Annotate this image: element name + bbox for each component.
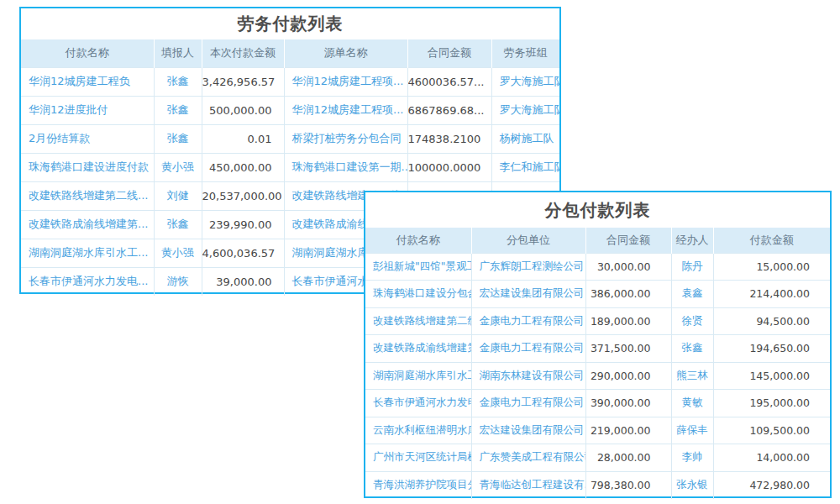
cell-link[interactable]: 珠海鹤港口建设分包合... <box>365 281 471 308</box>
cell-link[interactable]: 广东赞美成工程有限公司 <box>471 444 585 472</box>
column-header: 付款名称 <box>365 228 471 253</box>
cell-value: 14,000.00 <box>713 444 830 472</box>
cell-link[interactable]: 徐贤 <box>671 307 713 335</box>
table-row[interactable]: 华润12城房建工程负张鑫3,426,956.57华润12城房建工程项...460… <box>21 67 559 96</box>
cell-link[interactable]: 湖南东林建设有限公司 <box>471 362 585 390</box>
cell-value: 239,990.00 <box>202 210 284 239</box>
column-header: 源单名称 <box>284 39 407 67</box>
cell-link[interactable]: 陈丹 <box>671 253 713 281</box>
column-header: 本次付款金额 <box>202 39 284 67</box>
cell-link[interactable]: 华润12城房建工程负 <box>21 67 154 96</box>
subcontract-panel-title: 分包付款列表 <box>365 192 830 228</box>
column-header: 付款名称 <box>21 39 154 67</box>
cell-value: 472,980.00 <box>713 471 830 499</box>
cell-value: 6867869.68... <box>407 96 491 124</box>
cell-link[interactable]: 青海临达创工程建设有... <box>471 471 585 499</box>
cell-link[interactable]: 广州市天河区统计局机... <box>365 444 471 472</box>
cell-value: 390,000.00 <box>585 390 671 417</box>
cell-link[interactable]: 华润12进度批付 <box>21 96 154 124</box>
table-row[interactable]: 改建铁路成渝线增建第...金康电力工程有限公司371,500.00张鑫194,6… <box>365 335 830 363</box>
cell-value: 798,380.00 <box>585 471 671 499</box>
cell-link[interactable]: 云南水利枢纽潜明水库... <box>365 417 471 444</box>
cell-value: 0.01 <box>202 124 284 153</box>
cell-link[interactable]: 改建铁路成渝线增建第... <box>21 210 154 239</box>
cell-link[interactable]: 长春市伊通河水力发电... <box>21 267 154 296</box>
cell-value: 386,000.00 <box>585 281 671 308</box>
cell-value: 109,500.00 <box>713 417 830 444</box>
cell-link[interactable]: 湖南洞庭湖水库引水工... <box>21 239 154 267</box>
cell-link[interactable]: 罗大海施工队 <box>491 67 559 96</box>
cell-value: 4600036.57... <box>407 67 491 96</box>
cell-link[interactable]: 湖南洞庭湖水库引水工... <box>365 362 471 390</box>
table-row[interactable]: 珠海鹤港口建设进度付款黄小强450,000.00珠海鹤港口建设第一期...100… <box>21 153 559 181</box>
cell-link[interactable]: 杨树施工队 <box>491 124 559 153</box>
table-row[interactable]: 华润12进度批付张鑫500,000.00华润12城房建工程项...6867869… <box>21 96 559 124</box>
table-row[interactable]: 2月份结算款张鑫0.01桥梁打桩劳务分包合同174838.2100杨树施工队 <box>21 124 559 153</box>
column-header: 合同金额 <box>585 228 671 253</box>
cell-link[interactable]: 张鑫 <box>671 335 713 363</box>
table-row[interactable]: 湖南洞庭湖水库引水工...湖南东林建设有限公司290,000.00熊三林145,… <box>365 362 830 390</box>
cell-value: 219,000.00 <box>585 417 671 444</box>
cell-value: 30,000.00 <box>585 253 671 281</box>
cell-link[interactable]: 金康电力工程有限公司 <box>471 335 585 363</box>
cell-link[interactable]: 改建铁路成渝线增建第... <box>365 335 471 363</box>
cell-link[interactable]: 华润12城房建工程项... <box>284 96 407 124</box>
labor-panel-title: 劳务付款列表 <box>21 8 559 39</box>
column-header: 分包单位 <box>471 228 585 253</box>
table-row[interactable]: 长春市伊通河水力发电...金康电力工程有限公司390,000.00黄敏195,0… <box>365 390 830 417</box>
cell-link[interactable]: 张鑫 <box>154 124 202 153</box>
cell-value: 214,400.00 <box>713 281 830 308</box>
cell-link[interactable]: 广东辉朗工程测绘公司 <box>471 253 585 281</box>
table-row[interactable]: 青海洪湖养护院项目分...青海临达创工程建设有...798,380.00张永银4… <box>365 471 830 499</box>
table-row[interactable]: 珠海鹤港口建设分包合...宏达建设集团有限公司386,000.00袁鑫214,4… <box>365 281 830 308</box>
cell-value: 15,000.00 <box>713 253 830 281</box>
cell-value: 20,537,000.00 <box>202 181 284 210</box>
cell-link[interactable]: 袁鑫 <box>671 281 713 308</box>
cell-link[interactable]: 张鑫 <box>154 96 202 124</box>
cell-link[interactable]: 宏达建设集团有限公司 <box>471 281 585 308</box>
cell-link[interactable]: 金康电力工程有限公司 <box>471 390 585 417</box>
column-header: 劳务班组 <box>491 39 559 67</box>
cell-link[interactable]: 宏达建设集团有限公司 <box>471 417 585 444</box>
column-header: 付款金额 <box>713 228 830 253</box>
cell-link[interactable]: 张鑫 <box>154 67 202 96</box>
cell-link[interactable]: 刘健 <box>154 181 202 210</box>
cell-value: 39,000.00 <box>202 267 284 296</box>
header-row: 付款名称填报人本次付款金额源单名称合同金额劳务班组 <box>21 39 559 67</box>
cell-value: 94,500.00 <box>713 307 830 335</box>
header-row: 付款名称分包单位合同金额经办人付款金额 <box>365 228 830 253</box>
table-row[interactable]: 彭祖新城"四馆"景观工...广东辉朗工程测绘公司30,000.00陈丹15,00… <box>365 253 830 281</box>
cell-link[interactable]: 华润12城房建工程项... <box>284 67 407 96</box>
cell-link[interactable]: 张永银 <box>671 471 713 499</box>
cell-link[interactable]: 彭祖新城"四馆"景观工... <box>365 253 471 281</box>
cell-value: 195,000.00 <box>713 390 830 417</box>
cell-link[interactable]: 黄敏 <box>671 390 713 417</box>
cell-value: 174838.2100 <box>407 124 491 153</box>
cell-link[interactable]: 珠海鹤港口建设进度付款 <box>21 153 154 181</box>
cell-link[interactable]: 薛保丰 <box>671 417 713 444</box>
cell-link[interactable]: 金康电力工程有限公司 <box>471 307 585 335</box>
table-row[interactable]: 改建铁路线增建第二线...金康电力工程有限公司189,000.00徐贤94,50… <box>365 307 830 335</box>
cell-link[interactable]: 2月份结算款 <box>21 124 154 153</box>
subcontract-payments-panel: 分包付款列表 付款名称分包单位合同金额经办人付款金额彭祖新城"四馆"景观工...… <box>364 191 832 498</box>
cell-link[interactable]: 长春市伊通河水力发电... <box>365 390 471 417</box>
cell-value: 4,600,036.57 <box>202 239 284 267</box>
cell-link[interactable]: 李帅 <box>671 444 713 472</box>
table-row[interactable]: 广州市天河区统计局机...广东赞美成工程有限公司28,000.00李帅14,00… <box>365 444 830 472</box>
cell-link[interactable]: 李仁和施工队 <box>491 153 559 181</box>
cell-link[interactable]: 青海洪湖养护院项目分... <box>365 471 471 499</box>
cell-link[interactable]: 黄小强 <box>154 239 202 267</box>
cell-link[interactable]: 桥梁打桩劳务分包合同 <box>284 124 407 153</box>
cell-value: 500,000.00 <box>202 96 284 124</box>
table-row[interactable]: 云南水利枢纽潜明水库...宏达建设集团有限公司219,000.00薛保丰109,… <box>365 417 830 444</box>
cell-link[interactable]: 熊三林 <box>671 362 713 390</box>
cell-link[interactable]: 张鑫 <box>154 210 202 239</box>
cell-link[interactable]: 改建铁路线增建第二线... <box>21 181 154 210</box>
cell-link[interactable]: 罗大海施工队 <box>491 96 559 124</box>
subcontract-payments-table: 付款名称分包单位合同金额经办人付款金额彭祖新城"四馆"景观工...广东辉朗工程测… <box>365 228 830 499</box>
cell-link[interactable]: 珠海鹤港口建设第一期... <box>284 153 407 181</box>
cell-link[interactable]: 改建铁路线增建第二线... <box>365 307 471 335</box>
cell-link[interactable]: 黄小强 <box>154 153 202 181</box>
cell-value: 100000.0000 <box>407 153 491 181</box>
cell-link[interactable]: 游恢 <box>154 267 202 296</box>
